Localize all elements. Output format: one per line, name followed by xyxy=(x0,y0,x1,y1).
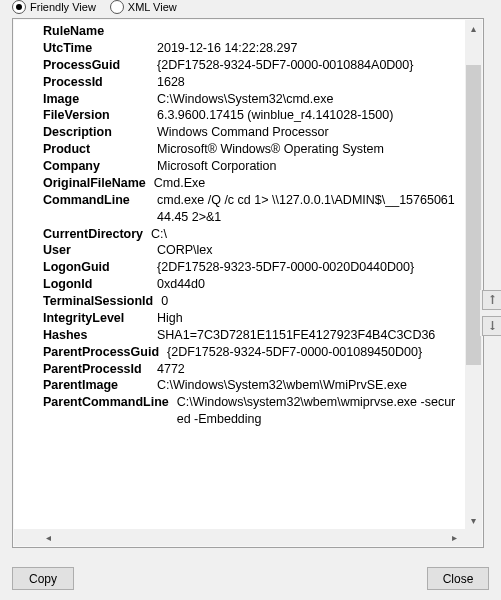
scroll-left-icon[interactable]: ◂ xyxy=(40,529,57,546)
field-val-description: Windows Command Processor xyxy=(157,124,459,141)
field-key-utctime: UtcTime xyxy=(43,40,157,57)
field-key-rulename: RuleName xyxy=(43,23,157,40)
field-key-product: Product xyxy=(43,141,157,158)
friendly-view-label: Friendly View xyxy=(30,1,96,13)
field-key-parentprocessguid: ParentProcessGuid xyxy=(43,344,163,361)
field-val-logonid: 0xd44d0 xyxy=(157,276,459,293)
scroll-track[interactable] xyxy=(465,37,482,512)
field-val-image: C:\Windows\System32\cmd.exe xyxy=(157,91,459,108)
field-val-integritylevel: High xyxy=(157,310,459,327)
field-val-parentprocessid: 4772 xyxy=(157,361,459,378)
field-val-product: Microsoft® Windows® Operating System xyxy=(157,141,459,158)
field-val-originalfilename: Cmd.Exe xyxy=(150,175,459,192)
field-val-fileversion: 6.3.9600.17415 (winblue_r4.141028-1500) xyxy=(157,107,459,124)
scroll-thumb[interactable] xyxy=(466,65,481,365)
field-val-processid: 1628 xyxy=(157,74,459,91)
xml-view-radio[interactable]: XML View xyxy=(110,0,177,14)
details-content: RuleName UtcTime2019-12-16 14:22:28.297 … xyxy=(43,23,459,525)
field-key-commandline: CommandLine xyxy=(43,192,157,226)
close-button[interactable]: Close xyxy=(427,567,489,590)
arrow-down-icon: 🠗 xyxy=(487,320,498,332)
field-val-utctime: 2019-12-16 14:22:28.297 xyxy=(157,40,459,57)
field-key-parentcommandline: ParentCommandLine xyxy=(43,394,173,428)
field-val-company: Microsoft Corporation xyxy=(157,158,459,175)
details-panel: RuleName UtcTime2019-12-16 14:22:28.297 … xyxy=(12,18,484,548)
field-val-processguid: {2DF17528-9324-5DF7-0000-0010884A0D00} xyxy=(157,57,459,74)
vertical-scrollbar[interactable]: ▴ ▾ xyxy=(465,20,482,529)
field-key-logonguid: LogonGuid xyxy=(43,259,157,276)
copy-button[interactable]: Copy xyxy=(12,567,74,590)
field-key-fileversion: FileVersion xyxy=(43,107,157,124)
scroll-corner xyxy=(465,529,482,546)
scroll-up-icon[interactable]: ▴ xyxy=(465,20,482,37)
field-val-commandline: cmd.exe /Q /c cd 1> \\127.0.0.1\ADMIN$\_… xyxy=(157,192,459,226)
field-val-parentcommandline: C:\Windows\system32\wbem\wmiprvse.exe -s… xyxy=(173,394,459,428)
scroll-right-icon[interactable]: ▸ xyxy=(446,529,463,546)
field-val-user: CORP\lex xyxy=(157,242,459,259)
field-val-terminalsessionid: 0 xyxy=(157,293,459,310)
field-key-parentprocessid: ParentProcessId xyxy=(43,361,157,378)
field-key-terminalsessionid: TerminalSessionId xyxy=(43,293,157,310)
field-val-logonguid: {2DF17528-9323-5DF7-0000-0020D0440D00} xyxy=(157,259,459,276)
field-val-hashes: SHA1=7C3D7281E1151FE4127923F4B4C3CD36 xyxy=(157,327,459,344)
field-key-hashes: Hashes xyxy=(43,327,157,344)
field-key-processguid: ProcessGuid xyxy=(43,57,157,74)
field-key-currentdirectory: CurrentDirectory xyxy=(43,226,147,243)
xml-view-label: XML View xyxy=(128,1,177,13)
scroll-down-icon[interactable]: ▾ xyxy=(465,512,482,529)
field-key-integritylevel: IntegrityLevel xyxy=(43,310,157,327)
arrow-up-icon: 🠕 xyxy=(487,294,498,306)
field-key-user: User xyxy=(43,242,157,259)
field-key-logonid: LogonId xyxy=(43,276,157,293)
field-key-originalfilename: OriginalFileName xyxy=(43,175,150,192)
field-key-parentimage: ParentImage xyxy=(43,377,157,394)
field-key-description: Description xyxy=(43,124,157,141)
move-up-button[interactable]: 🠕 xyxy=(482,290,501,310)
field-key-processid: ProcessId xyxy=(43,74,157,91)
field-val-currentdirectory: C:\ xyxy=(147,226,459,243)
field-val-parentimage: C:\Windows\System32\wbem\WmiPrvSE.exe xyxy=(157,377,459,394)
field-key-company: Company xyxy=(43,158,157,175)
move-down-button[interactable]: 🠗 xyxy=(482,316,501,336)
friendly-view-radio[interactable]: Friendly View xyxy=(12,0,96,14)
horizontal-scrollbar[interactable]: ◂ ▸ xyxy=(14,529,465,546)
field-key-image: Image xyxy=(43,91,157,108)
field-val-parentprocessguid: {2DF17528-9324-5DF7-0000-001089450D00} xyxy=(163,344,459,361)
field-val-rulename xyxy=(157,23,459,40)
